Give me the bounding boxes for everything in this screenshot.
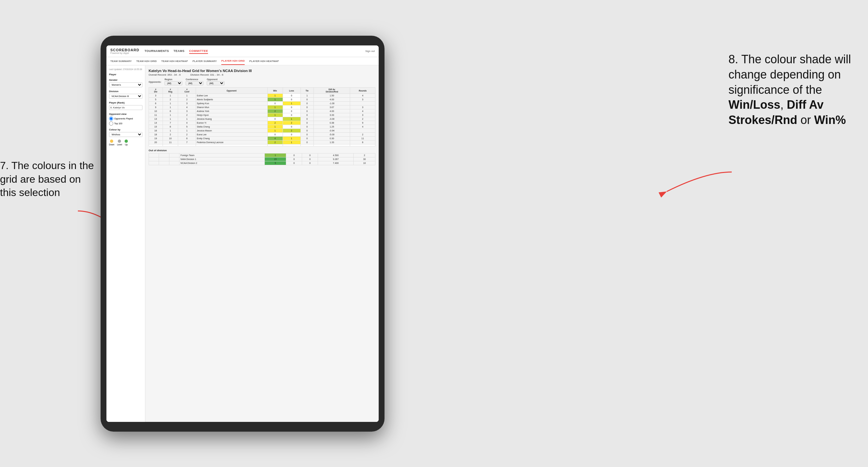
annotation-right-intro: 8. The colour shade will change dependin… bbox=[728, 53, 851, 96]
table-cell: 3 bbox=[350, 105, 375, 110]
tab-player-h2h-grid[interactable]: PLAYER H2H GRID bbox=[221, 57, 245, 65]
opponents-filter-label: Opponents: bbox=[149, 81, 161, 83]
nav-bar: SCOREBOARD Powered by clippd TOURNAMENTS… bbox=[106, 45, 379, 57]
table-cell: 2 bbox=[178, 133, 196, 136]
table-cell: 3.33 bbox=[314, 113, 350, 117]
sidebar-colourby-select[interactable]: Win/loss bbox=[109, 132, 143, 137]
radio-opponents-played[interactable]: Opponents Played bbox=[109, 117, 143, 121]
table-cell: 0 bbox=[301, 101, 313, 105]
table-cell: 1 bbox=[283, 141, 301, 145]
table-cell: 1 bbox=[162, 101, 178, 105]
arrow-right bbox=[654, 169, 735, 201]
table-cell: 7 bbox=[178, 141, 196, 145]
nav-teams[interactable]: TEAMS bbox=[174, 49, 185, 54]
tab-player-h2h-heatmap[interactable]: PLAYER H2H HEATMAP bbox=[249, 57, 279, 65]
table-cell: 1 bbox=[178, 117, 196, 121]
out-division-row: NCAA Division 25007.40010 bbox=[149, 161, 375, 165]
table-cell: 0.30 bbox=[314, 136, 350, 141]
table-cell: -3.00 bbox=[314, 117, 350, 121]
out-of-division-label: Out of division bbox=[149, 149, 375, 152]
table-header-row: #Div #Reg #Conf Opponent Win Loss Tie Di… bbox=[149, 88, 375, 94]
table-row: 1822Euna Lee000-5.002 bbox=[149, 133, 375, 136]
radio-opponents-played-label: Opponents Played bbox=[114, 118, 133, 120]
table-cell: 5 bbox=[178, 125, 196, 129]
table-row: 19106Emily Chang4100.3011 bbox=[149, 136, 375, 141]
conference-filter-select[interactable]: (All) bbox=[186, 81, 204, 85]
annotation-right-sep2: or bbox=[797, 113, 814, 127]
empty-cell bbox=[268, 145, 283, 146]
opponent-filter-select[interactable]: (All) bbox=[207, 81, 224, 85]
radio-top100-input[interactable] bbox=[109, 121, 113, 126]
nav-tournaments[interactable]: TOURNAMENTS bbox=[145, 49, 169, 54]
table-row: 1311Jessica Huang010-3.002 bbox=[149, 117, 375, 121]
table-cell: -1.00 bbox=[314, 101, 350, 105]
table-cell: 11 bbox=[149, 113, 163, 117]
grid-main-title: Katelyn Vo Head-to-Head Grid for Women's… bbox=[149, 69, 375, 73]
legend-down-dot bbox=[110, 139, 113, 143]
tab-team-summary[interactable]: TEAM SUMMARY bbox=[110, 57, 132, 65]
table-cell: 0 bbox=[301, 105, 313, 110]
table-cell: 13 bbox=[149, 117, 163, 121]
table-cell: 2 bbox=[162, 98, 178, 101]
nav-committee[interactable]: COMMITTEE bbox=[189, 49, 208, 54]
empty-cell bbox=[149, 145, 163, 146]
table-cell: 1 bbox=[162, 105, 178, 110]
out-table-cell: 0 bbox=[286, 161, 302, 165]
annotation-left: 7. The colours in the grid are based on … bbox=[0, 159, 94, 199]
table-cell: 0 bbox=[301, 133, 313, 136]
table-cell: 1 bbox=[283, 117, 301, 121]
table-cell: 1.50 bbox=[314, 94, 350, 98]
table-cell: 8 bbox=[162, 125, 178, 129]
table-row: 1611Jessica Mason120-0.94 bbox=[149, 129, 375, 133]
table-cell: 2 bbox=[350, 117, 375, 121]
nav-sign-out[interactable]: Sign out bbox=[365, 50, 375, 53]
table-cell: Alexis Sudjianto bbox=[196, 98, 268, 101]
out-table-cell bbox=[159, 154, 169, 157]
table-cell bbox=[350, 129, 375, 133]
table-cell: 1 bbox=[283, 101, 301, 105]
table-row: 1585Stella Cheng1001.254 bbox=[149, 125, 375, 129]
table-cell: 0 bbox=[283, 125, 301, 129]
sidebar-division-select[interactable]: NCAA Division III bbox=[109, 94, 143, 99]
col-div: #Div bbox=[149, 88, 163, 94]
radio-top100[interactable]: Top 100 bbox=[109, 121, 143, 126]
table-cell: 0 bbox=[268, 117, 283, 121]
out-table-cell: 0 bbox=[302, 154, 318, 157]
table-cell: 1 bbox=[268, 98, 283, 101]
table-cell: 2 bbox=[268, 141, 283, 145]
tablet-frame: SCOREBOARD Powered by clippd TOURNAMENTS… bbox=[101, 36, 384, 432]
table-cell: 0 bbox=[301, 141, 313, 145]
tab-team-h2h-grid[interactable]: TEAM H2H GRID bbox=[136, 57, 157, 65]
radio-top100-label: Top 100 bbox=[114, 122, 122, 125]
sidebar-gender-select[interactable]: Women's bbox=[109, 83, 143, 87]
table-row: 914Sharon Mun1003.673 bbox=[149, 105, 375, 110]
region-filter-select[interactable]: (All) bbox=[164, 81, 182, 85]
tab-player-summary[interactable]: PLAYER SUMMARY bbox=[192, 57, 217, 65]
out-division-row: NAIA Division 115009.26730 bbox=[149, 157, 375, 161]
table-cell: 2 bbox=[268, 121, 283, 125]
col-win: Win bbox=[268, 88, 283, 94]
out-table-cell bbox=[169, 157, 179, 161]
empty-cell bbox=[314, 145, 350, 146]
out-table-cell: NAIA Division 1 bbox=[180, 157, 265, 161]
tab-team-h2h-heatmap[interactable]: TEAM H2H HEATMAP bbox=[161, 57, 188, 65]
tablet-screen: SCOREBOARD Powered by clippd TOURNAMENTS… bbox=[106, 45, 379, 422]
table-row: 1112Heejo Hyun1003.333 bbox=[149, 113, 375, 117]
table-cell: 4 bbox=[350, 110, 375, 113]
radio-opponents-played-input[interactable] bbox=[109, 117, 113, 121]
sidebar-division-section: Division NCAA Division III bbox=[109, 90, 143, 99]
annotation-right-bold3: Win% bbox=[814, 113, 846, 127]
sidebar-playerrank-value: 8. Katelyn Vo bbox=[109, 105, 143, 110]
empty-cell bbox=[350, 145, 375, 146]
table-cell: 10 bbox=[162, 136, 178, 141]
sidebar-player-section: Player bbox=[109, 73, 143, 76]
conference-filter-label: Conference bbox=[186, 78, 204, 81]
conference-filter: Conference (All) bbox=[186, 78, 204, 85]
table-cell: 1 bbox=[162, 129, 178, 133]
table-cell: 6 bbox=[149, 101, 163, 105]
overall-record: Overall Record: 353 - 34 - 6 bbox=[149, 73, 181, 76]
table-cell: Federica Domecq Lacroze bbox=[196, 141, 268, 145]
table-cell: 1 bbox=[301, 94, 313, 98]
table-cell: 1 bbox=[268, 113, 283, 117]
table-cell: Eunice Yi bbox=[196, 121, 268, 125]
